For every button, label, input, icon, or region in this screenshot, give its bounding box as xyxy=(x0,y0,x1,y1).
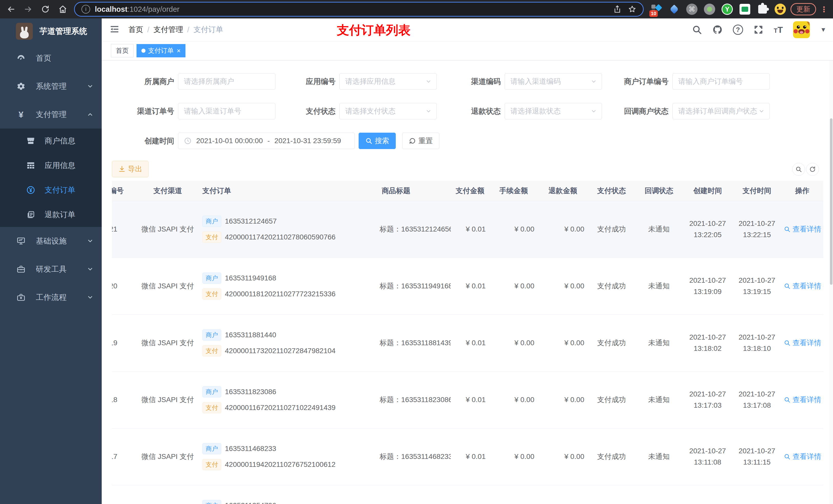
site-info-icon[interactable]: i xyxy=(81,5,90,14)
sidebar-item-app-info[interactable]: 应用信息 xyxy=(0,153,102,178)
col-header-actions: 操作 xyxy=(781,181,823,201)
sidebar-logo[interactable]: 芋道管理系统 xyxy=(0,19,102,44)
filter-label-callback-status: 回调商户状态 xyxy=(589,103,669,119)
main-area: 首页 / 支付管理 / 支付订单 支付订单列表 ? TT xyxy=(102,19,833,504)
sidebar-item-pay-order[interactable]: 支付订单 xyxy=(0,178,102,202)
filter-label-refund-status: 退款状态 xyxy=(434,103,501,119)
view-detail-link[interactable]: 查看详情 xyxy=(784,338,821,348)
refund-status-select[interactable] xyxy=(505,103,602,119)
browser-menu-icon[interactable]: ⋮ xyxy=(820,5,828,14)
avatar-caret-icon[interactable]: ▼ xyxy=(820,26,826,33)
merchant-order-no-input[interactable] xyxy=(672,73,770,90)
pay-tag: 支付 xyxy=(203,232,221,243)
table-row[interactable]: 19 微信 JSAPI 支付 商户1635311881440 支付4200001… xyxy=(112,314,823,371)
date-range-end: 2021-10-31 23:59:59 xyxy=(274,137,341,145)
channel-code-select[interactable] xyxy=(505,73,602,90)
toggle-search-button[interactable] xyxy=(792,163,805,176)
table-row[interactable]: 21 微信 JSAPI 支付 商户1635312124657 支付4200001… xyxy=(112,201,823,258)
browser-forward-button[interactable] xyxy=(22,3,34,15)
view-detail-link[interactable]: 查看详情 xyxy=(784,395,821,405)
sidebar-item-pay[interactable]: ¥ 支付管理 xyxy=(0,100,102,128)
callback-status-select[interactable] xyxy=(672,103,770,119)
scrollbar-thumb[interactable] xyxy=(830,118,832,285)
page-title-annotation: 支付订单列表 xyxy=(337,22,411,39)
sidebar-item-system[interactable]: 系统管理 xyxy=(0,72,102,100)
browser-update-button[interactable]: 更新 xyxy=(790,3,816,15)
sidebar-item-merchant-info[interactable]: 商户信息 xyxy=(0,128,102,153)
browser-home-button[interactable] xyxy=(57,3,68,15)
briefcase-icon xyxy=(16,293,26,302)
orders-table: 编号 支付渠道 支付订单 商品标题 支付金额 手续金额 退款金额 支付状态 回调… xyxy=(112,181,824,504)
browser-reload-button[interactable] xyxy=(40,3,51,15)
table-row[interactable]: 17 微信 JSAPI 支付 商户1635311468233 支付4200001… xyxy=(112,428,823,485)
date-range-start: 2021-10-01 00:00:00 xyxy=(196,137,263,145)
reset-button[interactable]: 重置 xyxy=(402,133,439,149)
shop-icon xyxy=(26,136,36,145)
col-header-status: 支付状态 xyxy=(588,181,635,201)
export-button[interactable]: 导出 xyxy=(112,161,148,177)
pay-tag: 支付 xyxy=(203,459,221,470)
search-icon[interactable] xyxy=(692,25,702,35)
extension-grid-icon[interactable]: 10 xyxy=(651,4,662,15)
col-header-channel: 支付渠道 xyxy=(138,181,197,201)
view-detail-link[interactable]: 查看详情 xyxy=(784,224,821,234)
tag-pay-order[interactable]: 支付订单 × xyxy=(137,44,186,57)
gear-icon xyxy=(16,82,26,91)
extension-y-icon[interactable]: Y xyxy=(721,4,733,15)
date-range-separator: - xyxy=(267,137,270,145)
fullscreen-icon[interactable] xyxy=(753,25,764,35)
font-size-icon[interactable]: TT xyxy=(774,25,783,35)
address-bar[interactable]: i localhost:1024/pay/order xyxy=(74,2,644,17)
filter-label-merchant-order-no: 商户订单编号 xyxy=(589,73,669,90)
status-badge: 支付成功 xyxy=(588,314,635,371)
active-tag-dot xyxy=(141,49,145,53)
toolbox-icon xyxy=(16,265,26,274)
col-header-order: 支付订单 xyxy=(197,181,377,201)
sidebar-item-infra[interactable]: 基础设施 xyxy=(0,227,102,255)
create-time-range-picker[interactable]: 2021-10-01 00:00:00 - 2021-10-31 23:59:5… xyxy=(178,133,355,149)
view-detail-link[interactable]: 查看详情 xyxy=(784,452,821,461)
sidebar-item-devtools[interactable]: 研发工具 xyxy=(0,255,102,283)
merchant-tag: 商户 xyxy=(203,216,221,227)
breadcrumb-home[interactable]: 首页 xyxy=(128,25,143,35)
table-row[interactable]: 20 微信 JSAPI 支付 商户1635311949168 支付4200001… xyxy=(112,258,823,314)
pay-tag: 支付 xyxy=(203,345,221,357)
page-scrollbar[interactable] xyxy=(829,19,833,504)
filter-label-pay-status: 支付状态 xyxy=(269,103,336,119)
view-detail-link[interactable]: 查看详情 xyxy=(784,281,821,291)
channel-order-no-input[interactable] xyxy=(178,103,276,119)
help-icon[interactable]: ? xyxy=(733,25,743,35)
bookmark-star-icon[interactable] xyxy=(628,5,636,13)
extension-record-icon[interactable] xyxy=(704,4,715,15)
top-navbar: 首页 / 支付管理 / 支付订单 支付订单列表 ? TT xyxy=(102,19,833,41)
extension-chat-icon[interactable] xyxy=(739,4,751,15)
share-icon[interactable] xyxy=(613,5,621,13)
search-button[interactable]: 搜索 xyxy=(359,133,396,149)
sidebar-toggle-icon[interactable] xyxy=(110,24,121,35)
github-icon[interactable] xyxy=(712,25,722,35)
extension-puzzle-icon[interactable] xyxy=(757,4,768,15)
app-no-select[interactable] xyxy=(339,73,437,90)
browser-back-button[interactable] xyxy=(5,3,17,15)
extension-gem-icon[interactable] xyxy=(669,4,680,15)
tag-home[interactable]: 首页 xyxy=(111,44,134,57)
extension-command-icon[interactable]: ⌘ xyxy=(686,4,697,15)
user-avatar[interactable] xyxy=(793,21,810,38)
col-header-create-time: 创建时间 xyxy=(683,181,733,201)
breadcrumb-pay[interactable]: 支付管理 xyxy=(153,25,183,35)
col-header-refund: 退款金额 xyxy=(538,181,588,201)
table-row[interactable]: 18 微信 JSAPI 支付 商户1635311823086 支付4200001… xyxy=(112,371,823,428)
chevron-down-icon xyxy=(87,83,94,90)
status-badge: 支付成功 xyxy=(588,201,635,258)
sidebar-item-workflow[interactable]: 工作流程 xyxy=(0,283,102,311)
pay-status-select[interactable] xyxy=(339,103,437,119)
tag-close-icon[interactable]: × xyxy=(177,47,181,54)
sidebar-item-refund-order[interactable]: 退款订单 xyxy=(0,202,102,227)
sidebar-item-home[interactable]: 首页 xyxy=(0,44,102,72)
table-row-partial[interactable]: 商户1635311354796 xyxy=(112,485,823,504)
refresh-table-button[interactable] xyxy=(806,163,819,176)
url-text: localhost:1024/pay/order xyxy=(95,5,179,14)
extension-emoji-icon[interactable] xyxy=(775,4,786,15)
chevron-down-icon xyxy=(87,238,94,244)
merchant-input[interactable] xyxy=(178,73,276,90)
